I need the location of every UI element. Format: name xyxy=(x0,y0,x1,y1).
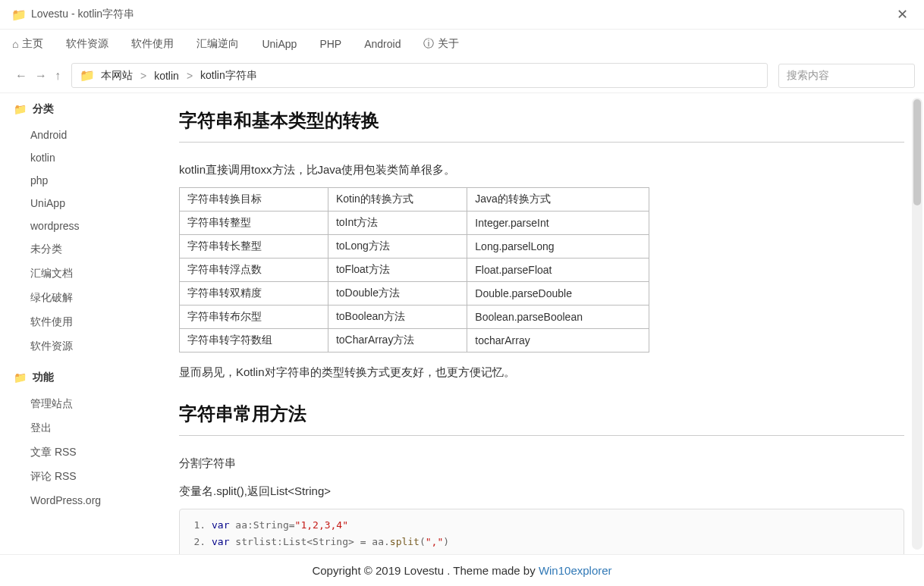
search-input[interactable]: 搜索内容 xyxy=(778,64,915,88)
scrollbar[interactable] xyxy=(912,98,922,550)
article-sub2: 变量名.split(),返回List<String> xyxy=(179,481,904,501)
table-header-cell: Kotin的转换方式 xyxy=(328,188,467,212)
sidebar-item[interactable]: 管理站点 xyxy=(14,392,159,416)
close-icon[interactable]: ✕ xyxy=(892,6,913,23)
table-cell: 字符串转整型 xyxy=(180,212,328,235)
folder-icon: 📁 xyxy=(14,371,27,384)
table-cell: 字符串转字符数组 xyxy=(180,329,328,353)
table-cell: toDouble方法 xyxy=(328,282,467,306)
sidebar-item[interactable]: WordPress.org xyxy=(14,489,159,512)
window-title: Lovestu - kotlin字符串 xyxy=(31,8,892,21)
info-icon: ⓘ xyxy=(423,37,434,51)
table-row: 字符串转双精度toDouble方法Double.parseDouble xyxy=(180,282,649,306)
titlebar: 📁 Lovestu - kotlin字符串 ✕ xyxy=(0,0,924,30)
footer: Copyright © 2019 Lovestu . Theme made by… xyxy=(0,554,924,586)
sidebar-item[interactable]: 登出 xyxy=(14,416,159,440)
article-note: 显而易见，Kotlin对字符串的类型转换方式更友好，也更方便记忆。 xyxy=(179,362,904,382)
table-cell: Integer.parseInt xyxy=(467,212,649,235)
conversion-table: 字符串转换目标Kotin的转换方式Java的转换方式字符串转整型toInt方法I… xyxy=(179,187,649,353)
folder-icon: 📁 xyxy=(80,68,95,83)
sidebar-functions-header: 📁功能 xyxy=(14,371,159,384)
sidebar-item[interactable]: 汇编文档 xyxy=(14,262,159,286)
menu-software-res[interactable]: 软件资源 xyxy=(66,37,108,51)
table-header-cell: Java的转换方式 xyxy=(467,188,649,212)
sidebar-item[interactable]: 评论 RSS xyxy=(14,465,159,489)
table-header-cell: 字符串转换目标 xyxy=(180,188,328,212)
divider xyxy=(179,435,904,436)
table-cell: Long.parselLong xyxy=(467,235,649,259)
sidebar-item[interactable]: 软件资源 xyxy=(14,334,159,359)
sidebar-item[interactable]: 软件使用 xyxy=(14,310,159,334)
menu-home[interactable]: ⌂主页 xyxy=(12,37,43,51)
article-intro: kotlin直接调用toxx方法，比Java使用包装类简单很多。 xyxy=(179,159,904,180)
sidebar-item[interactable]: 绿化破解 xyxy=(14,286,159,310)
menubar: ⌂主页 软件资源 软件使用 汇编逆向 UniApp PHP Android ⓘ关… xyxy=(0,30,924,58)
content: 字符串和基本类型的转换 kotlin直接调用toxx方法，比Java使用包装类简… xyxy=(159,93,924,554)
divider xyxy=(179,142,904,143)
menu-php[interactable]: PHP xyxy=(319,38,341,50)
menu-android[interactable]: Android xyxy=(364,38,401,50)
table-cell: toFloat方法 xyxy=(328,259,467,282)
up-icon[interactable]: ↑ xyxy=(55,69,61,83)
code-line: var aa:String="1,2,3,4" xyxy=(212,517,893,534)
table-row: 字符串转长整型toLong方法Long.parselLong xyxy=(180,235,649,259)
sidebar-item[interactable]: Android xyxy=(14,124,159,146)
sidebar-categories-header: 📁分类 xyxy=(14,102,159,116)
table-cell: Double.parseDouble xyxy=(467,282,649,306)
table-row: 字符串转字符数组toCharArray方法tocharArray xyxy=(180,329,649,353)
table-row: 字符串转布尔型toBoolean方法Boolean.parseBoolean xyxy=(180,306,649,329)
breadcrumb-cat[interactable]: kotlin xyxy=(154,70,179,82)
sidebar-item[interactable]: 未分类 xyxy=(14,237,159,262)
sidebar-item[interactable]: UniApp xyxy=(14,192,159,215)
menu-uniapp[interactable]: UniApp xyxy=(262,38,297,50)
table-cell: Float.parseFloat xyxy=(467,259,649,282)
article-sub1: 分割字符串 xyxy=(179,453,904,473)
table-cell: 字符串转长整型 xyxy=(180,235,328,259)
breadcrumb: 📁 本网站 > kotlin > kotlin字符串 xyxy=(71,63,768,88)
footer-theme-link[interactable]: Win10explorer xyxy=(539,564,612,577)
table-cell: Boolean.parseBoolean xyxy=(467,306,649,329)
menu-asm[interactable]: 汇编逆向 xyxy=(196,37,239,51)
table-row: 字符串转浮点数toFloat方法Float.parseFloat xyxy=(180,259,649,282)
table-cell: toLong方法 xyxy=(328,235,467,259)
code-block: var aa:String="1,2,3,4" var strlist:List… xyxy=(179,509,904,554)
nav-arrows: ← → ↑ xyxy=(9,69,67,83)
home-icon: ⌂ xyxy=(12,38,18,50)
forward-icon[interactable]: → xyxy=(35,69,47,83)
navbar: ← → ↑ 📁 本网站 > kotlin > kotlin字符串 搜索内容 xyxy=(0,58,924,93)
sidebar-item[interactable]: wordpress xyxy=(14,215,159,237)
table-cell: 字符串转双精度 xyxy=(180,282,328,306)
menu-about-label: 关于 xyxy=(438,37,459,51)
table-cell: toBoolean方法 xyxy=(328,306,467,329)
scroll-thumb[interactable] xyxy=(913,99,921,205)
article-heading-2: 字符串常用方法 xyxy=(179,402,904,426)
menu-about[interactable]: ⓘ关于 xyxy=(423,37,459,51)
sidebar-item[interactable]: php xyxy=(14,169,159,192)
breadcrumb-site[interactable]: 本网站 xyxy=(101,69,133,83)
sidebar-item[interactable]: 文章 RSS xyxy=(14,440,159,465)
folder-icon: 📁 xyxy=(14,103,27,115)
table-cell: 字符串转布尔型 xyxy=(180,306,328,329)
article-heading-1: 字符串和基本类型的转换 xyxy=(179,108,904,133)
back-icon[interactable]: ← xyxy=(15,69,27,83)
chevron-right-icon: > xyxy=(187,70,193,82)
code-line: var strlist:List<String> = aa.split(",") xyxy=(212,534,893,550)
menu-home-label: 主页 xyxy=(22,37,43,51)
breadcrumb-page[interactable]: kotlin字符串 xyxy=(200,69,257,83)
table-cell: toCharArray方法 xyxy=(328,329,467,353)
chevron-right-icon: > xyxy=(140,70,146,82)
table-cell: 字符串转浮点数 xyxy=(180,259,328,282)
sidebar-item[interactable]: kotlin xyxy=(14,146,159,169)
table-cell: tocharArray xyxy=(467,329,649,353)
folder-icon: 📁 xyxy=(11,8,27,22)
table-row: 字符串转整型toInt方法Integer.parseInt xyxy=(180,212,649,235)
sidebar: 📁分类 AndroidkotlinphpUniAppwordpress未分类汇编… xyxy=(0,93,159,554)
menu-software-use[interactable]: 软件使用 xyxy=(131,37,174,51)
footer-site-link[interactable]: Lovestu xyxy=(404,564,445,577)
table-cell: toInt方法 xyxy=(328,212,467,235)
